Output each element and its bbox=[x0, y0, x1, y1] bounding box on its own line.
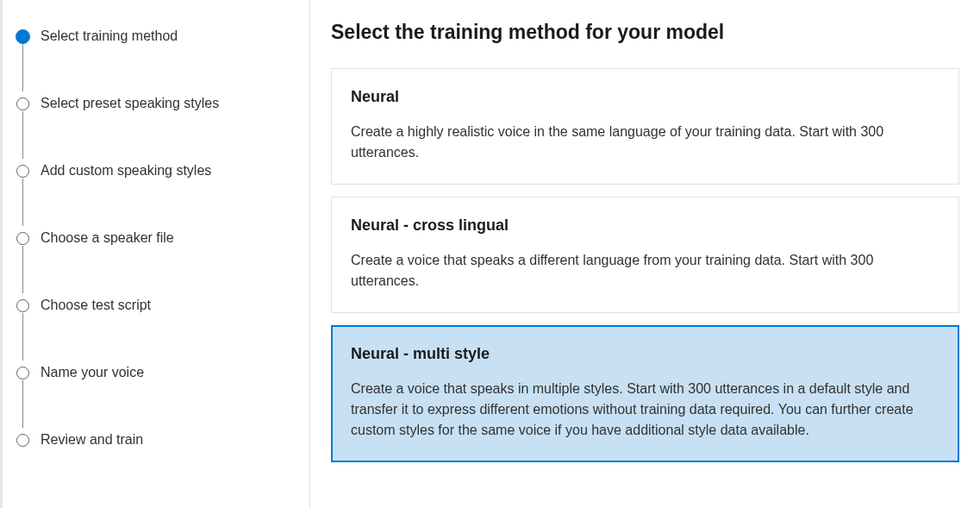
step-label: Choose test script bbox=[41, 298, 151, 313]
step-connector bbox=[22, 44, 23, 91]
step-review-and-train[interactable]: Review and train bbox=[16, 427, 292, 453]
step-label: Name your voice bbox=[41, 365, 144, 380]
step-indicator-active-icon bbox=[16, 29, 30, 44]
training-option-neural-cross-lingual[interactable]: Neural - cross lingual Create a voice th… bbox=[331, 197, 959, 313]
option-description: Create a highly realistic voice in the s… bbox=[351, 122, 939, 163]
page-title: Select the training method for your mode… bbox=[331, 21, 959, 44]
step-label: Review and train bbox=[41, 432, 143, 448]
option-description: Create a voice that speaks in multiple s… bbox=[351, 379, 939, 441]
step-connector bbox=[22, 313, 23, 361]
step-name-your-voice[interactable]: Name your voice bbox=[16, 360, 292, 386]
option-title: Neural bbox=[351, 88, 939, 106]
step-indicator-icon bbox=[16, 232, 29, 245]
training-option-neural[interactable]: Neural Create a highly realistic voice i… bbox=[331, 68, 959, 185]
step-connector bbox=[22, 246, 23, 293]
step-connector bbox=[22, 179, 23, 226]
training-option-neural-multi-style[interactable]: Neural - multi style Create a voice that… bbox=[331, 325, 959, 462]
step-choose-test-script[interactable]: Choose test script bbox=[16, 292, 292, 318]
step-add-custom-speaking-styles[interactable]: Add custom speaking styles bbox=[16, 158, 292, 184]
option-description: Create a voice that speaks a different l… bbox=[351, 250, 939, 292]
step-label: Add custom speaking styles bbox=[41, 163, 211, 179]
step-indicator-icon bbox=[16, 165, 29, 178]
option-title: Neural - cross lingual bbox=[351, 216, 939, 235]
step-label: Choose a speaker file bbox=[41, 230, 174, 246]
step-label: Select preset speaking styles bbox=[41, 96, 219, 111]
option-title: Neural - multi style bbox=[351, 345, 939, 363]
step-indicator-icon bbox=[16, 434, 29, 447]
step-select-training-method[interactable]: Select training method bbox=[16, 23, 292, 49]
step-choose-a-speaker-file[interactable]: Choose a speaker file bbox=[16, 225, 292, 251]
main-content: Select the training method for your mode… bbox=[310, 0, 980, 508]
step-indicator-icon bbox=[16, 299, 29, 312]
step-select-preset-speaking-styles[interactable]: Select preset speaking styles bbox=[16, 91, 292, 116]
step-connector bbox=[22, 380, 23, 428]
step-label: Select training method bbox=[41, 28, 178, 44]
wizard-steps-sidebar: Select training method Select preset spe… bbox=[3, 0, 310, 508]
step-indicator-icon bbox=[16, 367, 29, 379]
step-connector bbox=[22, 111, 23, 159]
step-list: Select training method Select preset spe… bbox=[16, 23, 292, 453]
step-indicator-icon bbox=[16, 97, 29, 110]
